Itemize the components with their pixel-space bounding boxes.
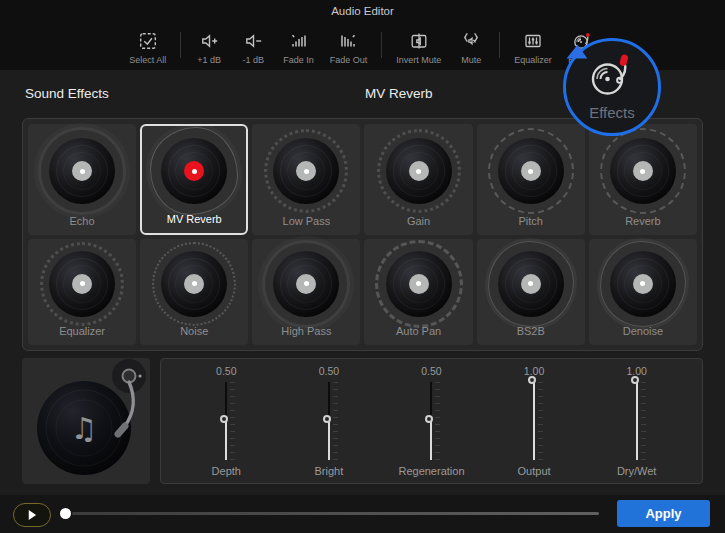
toolbar-item-fade-out[interactable]: Fade Out [322,30,376,65]
effect-name: Noise [140,325,248,337]
toolbar-label: -1 dB [242,55,264,65]
record-center-label [184,274,204,294]
record-center-label [72,274,92,294]
effect-name: BS2B [477,325,585,337]
record-center-label [296,274,316,294]
toolbar-item-select-all[interactable]: Select All [121,30,174,65]
record-center-label [633,274,653,294]
callout-label: Effects [589,104,635,121]
invert-mute-icon [409,30,429,52]
record-disc [49,251,115,317]
record-center-label [521,274,541,294]
effect-name: Auto Pan [364,325,472,337]
slider-track-fill [225,421,227,460]
toolbar-label: Fade Out [330,55,368,65]
record-center-label [409,274,429,294]
slider-knob[interactable] [323,415,331,423]
slider-track-fill [636,382,638,460]
effect-tile[interactable]: Equalizer [28,239,136,346]
record-center-label [521,161,541,181]
slider-track[interactable] [636,382,638,460]
vinyl-record [273,138,339,204]
toolbar-separator [180,32,181,58]
slider-track[interactable] [328,382,330,460]
slider-label: Dry/Wet [617,465,657,477]
effect-name: Denoise [589,325,697,337]
vinyl-record [49,251,115,317]
toolbar-label: Fade In [283,55,314,65]
slider-label: Bright [315,465,344,477]
turntable-preview: ♫ [22,358,150,484]
slider-track[interactable] [533,382,535,460]
effect-tile[interactable]: Noise [140,239,248,346]
effect-name: High Pass [252,325,360,337]
effect-name: Echo [28,215,136,227]
slider-ticks [333,382,338,460]
playback-progress-track[interactable] [72,512,599,515]
fade-out-icon [339,30,359,52]
effect-param-slider[interactable]: 1.00 Output [486,365,582,481]
play-button[interactable] [13,503,51,527]
effect-tile[interactable]: MV Reverb [140,124,248,235]
toolbar-item-equalizer[interactable]: Equalizer [506,30,560,65]
svg-text:♫: ♫ [71,411,98,446]
effects-callout-icon [589,53,635,103]
select-all-icon [138,30,158,52]
slider-track[interactable] [430,382,432,460]
effect-tile[interactable]: BS2B [477,239,585,346]
effect-tile[interactable]: Denoise [589,239,697,346]
effect-param-slider[interactable]: 1.00 Dry/Wet [589,365,685,481]
toolbar-item-mute[interactable]: Mute [449,30,493,65]
effect-param-slider[interactable]: 0.50 Bright [281,365,377,481]
record-center-label [409,161,429,181]
effect-name: Pitch [477,215,585,227]
playback-progress-knob[interactable] [60,508,71,519]
slider-track-fill [328,421,330,460]
slider-label: Output [518,465,551,477]
vinyl-record [386,138,452,204]
effect-name: Gain [364,215,472,227]
toolbar-item-invert-mute[interactable]: Invert Mute [388,30,449,65]
record-center-label [296,161,316,181]
record-disc [386,251,452,317]
record-disc [610,251,676,317]
effect-tile[interactable]: Auto Pan [364,239,472,346]
effect-tile[interactable]: High Pass [252,239,360,346]
effect-tile[interactable]: Echo [28,124,136,235]
window-title: Audio Editor [0,5,725,17]
equalizer-icon [523,30,543,52]
effect-tile[interactable]: Low Pass [252,124,360,235]
effect-tile[interactable]: Pitch [477,124,585,235]
record-disc [386,138,452,204]
play-icon [23,506,41,524]
toolbar-label: Equalizer [514,55,552,65]
turntable-graphic: ♫ [22,358,150,484]
apply-button[interactable]: Apply [617,500,710,527]
toolbar-item-plus-1db[interactable]: +1 dB [187,30,231,65]
mute-icon [461,30,481,52]
slider-knob[interactable] [631,376,639,384]
audio-editor-window: Audio Editor Select All [0,0,725,533]
vinyl-record [161,251,227,317]
vinyl-record [49,138,115,204]
effect-tile[interactable]: Reverb [589,124,697,235]
volume-minus-icon [243,30,263,52]
toolbar-separator [499,32,500,58]
record-disc [161,251,227,317]
toolbar-label: Mute [461,55,481,65]
effect-param-slider[interactable]: 0.50 Regeneration [383,365,479,481]
slider-ticks [538,382,543,460]
effect-name: Low Pass [252,215,360,227]
vinyl-record [498,251,564,317]
vinyl-record [610,138,676,204]
record-disc [49,138,115,204]
volume-plus-icon [199,30,219,52]
toolbar-item-minus-1db[interactable]: -1 dB [231,30,275,65]
effect-tile[interactable]: Gain [364,124,472,235]
vinyl-record [386,251,452,317]
vinyl-record [498,138,564,204]
toolbar-item-fade-in[interactable]: Fade In [275,30,322,65]
effect-param-slider[interactable]: 0.50 Depth [178,365,274,481]
record-disc [610,138,676,204]
slider-track[interactable] [225,382,227,460]
